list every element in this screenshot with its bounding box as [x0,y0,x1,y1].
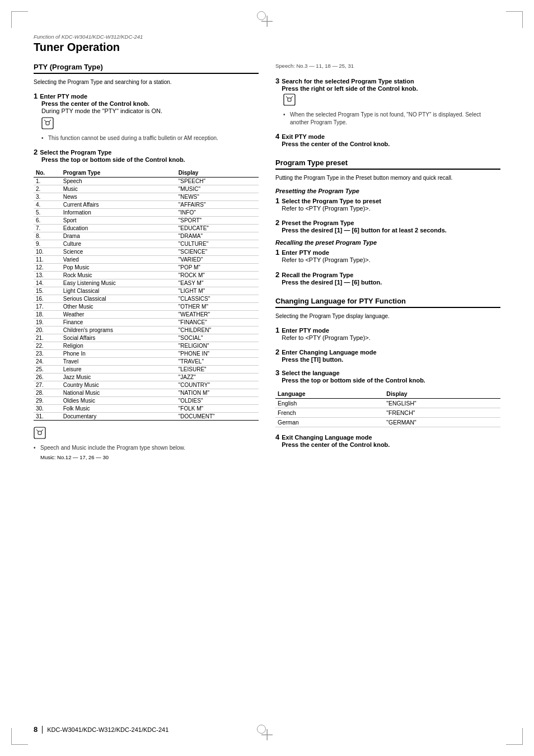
pty-table-cell-6-2: "EDUCATE" [176,225,259,232]
pty-table-cell-21-2: "RELIGION" [176,342,259,350]
pty-table-row: 30.Folk Music"FOLK M" [34,405,259,413]
lang-step-4: 4 Exit Changing Language mode Press the … [275,433,500,448]
lang-table-cell-2-0: German [275,418,384,427]
pty-table-row: 26.Jazz Music"JAZZ" [34,374,259,381]
pty-table-cell-21-1: Religion [61,342,176,350]
corner-mark-br [506,728,523,745]
left-column: PTY (Program Type) Selecting the Program… [34,63,259,460]
pty-table-cell-29-1: Folk Music [61,405,176,413]
pty-table-cell-25-0: 26. [34,374,61,381]
pty-table-row: 31.Documentary"DOCUMENT" [34,413,259,421]
pty-table-cell-18-2: "FINANCE" [176,319,259,326]
pty-table-cell-22-0: 23. [34,350,61,358]
step-3-block: 3 Search for the selected Program Type s… [275,77,500,127]
pty-table-cell-13-0: 14. [34,279,61,287]
pty-table-cell-13-2: "EASY M" [176,279,259,287]
pty-table-cell-15-2: "CLASSICS" [176,295,259,303]
lang-table-row: German"GERMAN" [275,418,500,427]
pty-table-row: 12.Pop Music"POP M" [34,264,259,272]
lang-step-2: 2 Enter Changing Language mode Press the… [275,348,500,363]
lang-table-cell-0-1: "ENGLISH" [384,399,500,408]
pty-table-row: 22.Religion"RELIGION" [34,342,259,350]
pty-table-cell-14-2: "LIGHT M" [176,287,259,295]
pty-table-row: 2.Music"MUSIC" [34,185,259,193]
pty-section-subtitle: Selecting the Program Type and searching… [34,78,259,86]
pty-table-cell-21-0: 22. [34,342,61,350]
lang-table-row: French"FRENCH" [275,408,500,418]
pty-table-cell-28-2: "OLDIES" [176,397,259,405]
pty-table-cell-22-2: "PHONE IN" [176,350,259,358]
pty-table-cell-24-2: "LEISURE" [176,366,259,374]
pty-table-cell-6-0: 7. [34,225,61,232]
pty-table-cell-2-1: News [61,193,176,201]
presetting-step-2-heading: Preset the Program Type [282,220,447,226]
pty-table-row: 9.Culture"CULTURE" [34,240,259,248]
corner-mark-tr [506,11,523,28]
recalling-step-2-num: 2 [275,270,279,279]
lang-step-2-heading: Enter Changing Language mode [282,349,376,356]
recalling-step-1-num: 1 [275,248,279,256]
pty-table-cell-30-0: 31. [34,413,61,421]
lang-table-cell-2-1: "GERMAN" [384,418,500,427]
pty-table-cell-19-2: "CHILDREN" [176,326,259,334]
pty-table-cell-29-2: "FOLK M" [176,405,259,413]
pty-table-cell-4-2: "INFO" [176,209,259,217]
pty-table-row: 23.Phone In"PHONE IN" [34,350,259,358]
step-1-desc1: Press the center of the Control knob. [41,100,259,107]
pty-table: No. Program Type Display 1.Speech"SPEECH… [34,169,259,421]
pty-table-cell-6-1: Education [61,225,176,232]
language-section-subtitle: Selecting the Program Type display langu… [275,312,500,320]
pty-table-row: 6.Sport"SPORT" [34,217,259,225]
pty-table-cell-20-2: "SOCIAL" [176,334,259,342]
lang-step-3-desc: Press the top or bottom side of the Cont… [282,377,425,384]
pty-table-cell-5-1: Sport [61,217,176,225]
pty-table-row: 8.Drama"DRAMA" [34,232,259,240]
knob-icon-2 [34,427,46,439]
step-1-note: This function cannot be used during a tr… [41,134,259,142]
pty-table-cell-7-1: Drama [61,232,176,240]
pty-table-cell-19-0: 20. [34,326,61,334]
pty-table-row: 28.National Music"NATION M" [34,389,259,397]
pty-table-header-display: Display [176,169,259,178]
pty-table-cell-17-2: "WEATHER" [176,311,259,319]
pty-table-row: 25.Leisure"LEISURE" [34,366,259,374]
pty-table-cell-23-1: Travel [61,358,176,366]
step-1-number: 1 [34,92,38,100]
pty-table-cell-12-1: Rock Music [61,272,176,279]
pty-table-cell-12-2: "ROCK M" [176,272,259,279]
step-4-heading: Exit PTY mode [282,133,390,140]
step-3-number: 3 [275,77,279,85]
table-note: Speech and Music include the Program typ… [34,444,259,452]
step-2-heading: Select the Program Type [40,149,111,156]
pty-table-cell-7-2: "DRAMA" [176,232,259,240]
pty-table-cell-3-0: 4. [34,201,61,209]
cross-mark-top [261,16,273,27]
step-2-block: 2 Select the Program Type Press the top … [34,148,259,163]
pty-section-title: PTY (Program Type) [34,63,259,74]
pty-table-cell-17-0: 18. [34,311,61,319]
pty-table-cell-8-0: 9. [34,240,61,248]
pty-table-row: 18.Weather"WEATHER" [34,311,259,319]
recalling-step-2: 2 Recall the Program Type Press the desi… [275,270,500,286]
pty-table-cell-10-1: Varied [61,256,176,264]
pty-table-cell-18-1: Finance [61,319,176,326]
pty-table-cell-17-1: Weather [61,311,176,319]
pty-table-cell-3-1: Current Affairs [61,201,176,209]
lang-step-1-num: 1 [275,326,279,334]
lang-step-2-num: 2 [275,348,279,356]
pty-table-row: 27.Country Music"COUNTRY" [34,381,259,389]
pty-table-cell-12-0: 13. [34,272,61,279]
pty-table-cell-2-2: "NEWS" [176,193,259,201]
lang-table-header-display: Display [384,389,500,399]
preset-section-title: Program Type preset [275,158,500,170]
pty-table-cell-18-0: 19. [34,319,61,326]
presetting-step-1: 1 Select the Program Type to preset Refe… [275,197,500,213]
pty-table-cell-3-2: "AFFAIRS" [176,201,259,209]
svg-rect-0 [42,118,53,129]
speech-note: Speech: No.3 — 11, 18 — 25, 31 [275,63,500,69]
footer-divider [42,726,43,734]
pty-table-row: 11.Varied"VARIED" [34,256,259,264]
pty-table-cell-23-2: "TRAVEL" [176,358,259,366]
presetting-step-2-desc: Press the desired [1] — [6] button for a… [282,227,447,234]
pty-table-row: 1.Speech"SPEECH" [34,178,259,185]
